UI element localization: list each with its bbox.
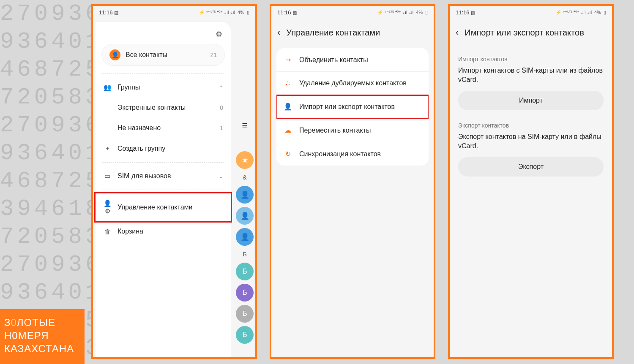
manage-icon: 👤⚙ bbox=[103, 200, 112, 215]
item-label: Переместить контакты bbox=[299, 127, 371, 134]
chevron-up-icon: ⌃ bbox=[219, 84, 223, 91]
contact-avatar[interactable]: 👤 bbox=[236, 228, 254, 246]
item-label: Удаление дублируемых контактов bbox=[299, 79, 407, 87]
sync-icon: ↻ bbox=[283, 150, 292, 158]
status-icons: ⚡ ᵛᵒᴸᵀᴱ ⁴⁰⁺ ₊ıl ₊ıl 4%▯ bbox=[555, 10, 606, 15]
drawer-item-trash[interactable]: 🗑 Корзина bbox=[96, 221, 231, 242]
drawer-item-emergency[interactable]: Экстренные контакты 0 bbox=[96, 98, 231, 118]
screens-container: 11:16 ▧ ⚡ ᵛᵒᴸᵀᴱ ⁴⁰⁺ ₊ıl ₊ıl 4%▯ ≡ ★ & 👤 … bbox=[91, 4, 614, 359]
unassigned-label: Не назначено bbox=[118, 124, 161, 132]
plus-icon: ＋ bbox=[103, 144, 112, 152]
cloud-icon: ☁ bbox=[283, 126, 292, 134]
separator bbox=[102, 162, 224, 163]
contact-avatar[interactable]: Б bbox=[236, 326, 254, 344]
menu-icon[interactable]: ≡ bbox=[242, 120, 248, 131]
page-header: ‹ Импорт или экспорт контактов bbox=[450, 19, 612, 48]
status-time: 11:16 bbox=[99, 9, 113, 16]
contact-avatar[interactable]: Б bbox=[236, 284, 254, 302]
all-contacts-label: Все контакты bbox=[126, 51, 205, 59]
section-letter: & bbox=[243, 174, 246, 181]
status-icons: ⚡ ᵛᵒᴸᵀᴱ ⁴⁰⁺ ₊ıl ₊ıl 4%▯ bbox=[198, 10, 249, 15]
screenshot-icon: ▧ bbox=[471, 10, 475, 15]
list-item-import-export[interactable]: 👤 Импорт или экспорт контактов bbox=[276, 95, 429, 119]
phone-screen-1: 11:16 ▧ ⚡ ᵛᵒᴸᵀᴱ ⁴⁰⁺ ₊ıl ₊ıl 4%▯ ≡ ★ & 👤 … bbox=[91, 4, 257, 359]
status-icons: ⚡ ᵛᵒᴸᵀᴱ ⁴⁰⁺ ₊ıl ₊ıl 4%▯ bbox=[377, 10, 428, 15]
separator bbox=[102, 190, 224, 190]
item-label: Объединить контакты bbox=[299, 56, 368, 64]
page-title: Управление контактами bbox=[286, 28, 380, 38]
all-contacts-button[interactable]: 👤 Все контакты 21 bbox=[101, 44, 225, 66]
back-icon[interactable]: ‹ bbox=[456, 27, 459, 38]
import-export-icon: 👤 bbox=[283, 103, 292, 111]
separator bbox=[102, 73, 224, 74]
brand-logo: З0ЛОТЫЕ Н0МЕРЯ КАЗАХСТАНА bbox=[0, 309, 85, 364]
import-desc: Импорт контактов с SIM-карты или из файл… bbox=[458, 66, 604, 85]
item-label: Импорт или экспорт контактов bbox=[299, 103, 395, 111]
screenshot-icon: ▧ bbox=[292, 10, 297, 15]
phone-screen-2: 11:16 ▧ ⚡ ᵛᵒᴸᵀᴱ ⁴⁰⁺ ₊ıl ₊ıl 4%▯ ‹ Управл… bbox=[270, 4, 435, 359]
all-contacts-count: 21 bbox=[210, 52, 217, 58]
section-letter: Б bbox=[243, 251, 246, 258]
drawer-item-sim[interactable]: ▭ SIM для вызовов ⌄ bbox=[96, 166, 231, 186]
contact-avatar[interactable]: Б bbox=[236, 305, 254, 323]
export-section: Экспорт контактов Экспорт контактов на S… bbox=[450, 114, 612, 157]
drawer-item-groups[interactable]: 👥 Группы ⌃ bbox=[96, 77, 231, 98]
back-icon[interactable]: ‹ bbox=[277, 27, 280, 38]
chevron-down-icon: ⌄ bbox=[219, 173, 223, 179]
trash-icon: 🗑 bbox=[103, 228, 112, 235]
list-item-duplicates[interactable]: ⛬ Удаление дублируемых контактов bbox=[276, 72, 429, 95]
sim-icon: ▭ bbox=[103, 172, 112, 180]
import-label: Импорт контактов bbox=[458, 56, 604, 62]
emergency-count: 0 bbox=[220, 104, 223, 111]
drawer-item-manage[interactable]: 👤⚙ Управление контактами bbox=[96, 193, 231, 221]
drawer-item-unassigned[interactable]: Не назначено 1 bbox=[96, 118, 231, 138]
screenshot-icon: ▧ bbox=[114, 10, 118, 15]
create-group-label: Создать группу bbox=[118, 145, 165, 152]
export-label: Экспорт контактов bbox=[458, 122, 604, 129]
favorites-icon[interactable]: ★ bbox=[236, 151, 254, 169]
list-item-sync[interactable]: ↻ Синхронизация контактов bbox=[276, 142, 429, 166]
gear-icon[interactable]: ⚙ bbox=[216, 30, 222, 39]
page-title: Импорт или экспорт контактов bbox=[465, 28, 584, 38]
status-time: 11:16 bbox=[456, 9, 470, 16]
export-button[interactable]: Экспорт bbox=[458, 157, 604, 177]
export-desc: Экспорт контактов на SIM-карту или в фай… bbox=[458, 132, 604, 151]
import-section: Импорт контактов Импорт контактов с SIM-… bbox=[450, 48, 612, 91]
list-item-move[interactable]: ☁ Переместить контакты bbox=[276, 119, 429, 142]
duplicates-icon: ⛬ bbox=[283, 79, 292, 87]
import-button[interactable]: Импорт bbox=[458, 91, 604, 110]
status-bar: 11:16 ▧ ⚡ ᵛᵒᴸᵀᴱ ⁴⁰⁺ ₊ıl ₊ıl 4%▯ bbox=[93, 6, 255, 19]
page-header: ‹ Управление контактами bbox=[271, 19, 434, 48]
sim-label: SIM для вызовов bbox=[118, 172, 171, 180]
manage-list: ⇢ Объединить контакты ⛬ Удаление дублиру… bbox=[276, 48, 429, 166]
manage-label: Управление контактами bbox=[118, 204, 193, 211]
emergency-label: Экстренные контакты bbox=[118, 104, 186, 111]
status-bar: 11:16 ▧ ⚡ ᵛᵒᴸᵀᴱ ⁴⁰⁺ ₊ıl ₊ıl 4%▯ bbox=[450, 6, 612, 19]
contact-avatar[interactable]: 👤 bbox=[236, 186, 254, 204]
contacts-list-sliver: ≡ ★ & 👤 👤 👤 Б Б Б Б Б bbox=[234, 120, 255, 357]
list-item-merge[interactable]: ⇢ Объединить контакты bbox=[276, 48, 429, 72]
item-label: Синхронизация контактов bbox=[299, 150, 381, 158]
drawer-panel: ⚙ 👤 Все контакты 21 👥 Группы ⌃ Экстренны… bbox=[96, 22, 231, 357]
unassigned-count: 1 bbox=[220, 125, 223, 131]
drawer-item-create-group[interactable]: ＋ Создать группу bbox=[96, 138, 231, 159]
trash-label: Корзина bbox=[118, 228, 143, 235]
groups-icon: 👥 bbox=[103, 84, 112, 91]
contact-avatar[interactable]: Б bbox=[236, 263, 254, 280]
phone-screen-3: 11:16 ▧ ⚡ ᵛᵒᴸᵀᴱ ⁴⁰⁺ ₊ıl ₊ıl 4%▯ ‹ Импорт… bbox=[448, 4, 614, 359]
groups-label: Группы bbox=[118, 84, 140, 91]
status-bar: 11:16 ▧ ⚡ ᵛᵒᴸᵀᴱ ⁴⁰⁺ ₊ıl ₊ıl 4%▯ bbox=[271, 6, 434, 19]
merge-icon: ⇢ bbox=[283, 56, 292, 64]
contact-avatar[interactable]: 👤 bbox=[236, 207, 254, 225]
person-icon: 👤 bbox=[109, 49, 120, 60]
status-time: 11:16 bbox=[277, 9, 291, 16]
